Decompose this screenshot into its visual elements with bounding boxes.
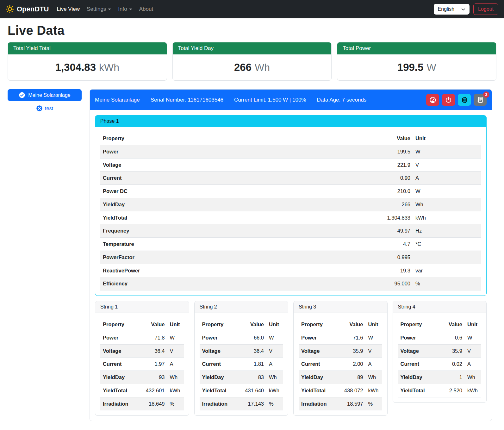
navbar: OpenDTU Live View Settings Info About En… [0,0,504,18]
value-cell: 0.6 [439,331,465,344]
unit-cell: var [413,264,481,277]
property-cell: Irradiation [100,397,138,410]
value-cell: 95.000 [288,277,413,290]
unit-cell: °C [413,238,481,251]
property-cell: Current [299,358,336,371]
chevron-down-icon [108,9,111,10]
value-cell: 93 [138,371,167,384]
column-header-unit: Unit [167,318,184,331]
unit-cell: Hz [413,224,481,238]
power-button[interactable] [442,94,455,106]
nav-item-live-view[interactable]: Live View [53,3,83,15]
string-card-body: PropertyValueUnitPower71.8WVoltage36.4VC… [95,313,189,415]
property-cell: YieldTotal [100,211,288,224]
property-cell: YieldTotal [100,384,138,397]
value-cell: 1.81 [237,358,266,371]
device-info-button[interactable] [458,94,471,106]
table-row: Frequency49.97Hz [100,224,481,238]
column-header-value: Value [237,318,266,331]
inverter-name: Meine Solaranlage [95,97,140,103]
unit-cell [413,251,481,264]
event-log-button[interactable]: 2 [474,94,487,106]
value-cell: 36.4 [138,344,167,358]
property-cell: YieldTotal [299,384,336,397]
unit-cell: W [366,331,382,344]
page-title: Live Data [8,23,496,38]
unit-cell: % [413,277,481,290]
journal-icon [477,97,483,103]
unit-cell: V [465,344,481,358]
table-row: YieldDay93Wh [100,371,184,384]
unit-cell: V [413,158,481,171]
table-row: Voltage35.9V [299,344,382,358]
phase-table: Property Value Unit Power199.5WVoltage22… [100,132,481,290]
table-header: PropertyValueUnit [200,318,283,331]
inverter-header: Meine Solaranlage Serial Number: 1161716… [90,90,492,110]
summary-cards-row: Total Yield Total 1,304.83kWh Total Yiel… [8,42,496,81]
value-cell: 17.143 [237,397,266,410]
table-row: Voltage221.9V [100,158,481,171]
property-cell: YieldDay [398,371,439,384]
property-cell: Voltage [100,344,138,358]
value-cell: 266 [288,198,413,211]
string-card-title: String 3 [294,301,387,313]
nav-item-info[interactable]: Info [115,3,135,15]
inverter-item-test[interactable]: test [8,105,82,112]
string-card-body: PropertyValueUnitPower71.6WVoltage35.9VC… [294,313,387,415]
unit-cell: W [266,331,283,344]
table-row: YieldTotal2.520kWh [398,384,482,397]
table-header-row: PropertyValueUnit [200,318,283,331]
property-cell: Efficiency [100,277,288,290]
property-cell: Power [299,331,336,344]
value-cell: 2.00 [336,358,366,371]
table-row: Temperature4.7°C [100,238,481,251]
table-row: PowerFactor0.995 [100,251,481,264]
value-cell: 1 [439,371,465,384]
speedometer-icon [429,97,436,103]
nav-item-about[interactable]: About [136,3,157,15]
column-header-value: Value [288,132,413,145]
inverter-selected-button[interactable]: Meine Solaranlage [8,89,82,101]
value-cell: 66.0 [237,331,266,344]
nav-links: Live View Settings Info About [53,3,157,15]
navbar-right: English Logout [434,3,498,15]
logout-button[interactable]: Logout [473,3,498,15]
value-cell: 89 [336,371,366,384]
cpu-icon [461,97,468,103]
card-unit: W [426,62,436,73]
column-header-value: Value [336,318,366,331]
value-cell: 35.9 [439,344,465,358]
nav-item-settings[interactable]: Settings [83,3,115,15]
string-table: PropertyValueUnitPower71.8WVoltage36.4VC… [100,318,184,410]
property-cell: Power DC [100,185,288,198]
property-cell: Voltage [100,158,288,171]
brand[interactable]: OpenDTU [6,5,49,13]
value-cell: 2.520 [439,384,465,397]
unit-cell: kWh [465,384,481,397]
value-cell: 221.9 [288,158,413,171]
table-row: YieldTotal431.640kWh [200,384,283,397]
property-cell: YieldTotal [398,384,439,397]
value-cell: 35.9 [336,344,366,358]
language-select[interactable]: English [434,4,470,15]
unit-cell: kWh [413,211,481,224]
column-header-unit: Unit [266,318,283,331]
table-row: Voltage35.9V [398,344,482,358]
unit-cell: kWh [266,384,283,397]
phase-1-title: Phase 1 [95,115,486,127]
value-cell: 1.97 [138,358,167,371]
table-body: Power71.8WVoltage36.4VCurrent1.97AYieldD… [100,331,184,410]
unit-cell: Wh [465,371,481,384]
value-cell: 210.0 [288,185,413,198]
limit-settings-button[interactable] [426,94,439,106]
column-header-property: Property [299,318,336,331]
string-table: PropertyValueUnitPower0.6WVoltage35.9VCu… [398,318,482,397]
table-row: Current0.02A [398,358,482,371]
x-circle-icon [36,105,43,112]
card-title: Total Yield Total [8,42,167,54]
unit-cell: W [413,145,481,158]
value-cell: 199.5 [288,145,413,158]
event-count-badge: 2 [483,91,489,98]
total-power-card: Total Power 199.5W [337,42,496,81]
unit-cell: W [413,185,481,198]
